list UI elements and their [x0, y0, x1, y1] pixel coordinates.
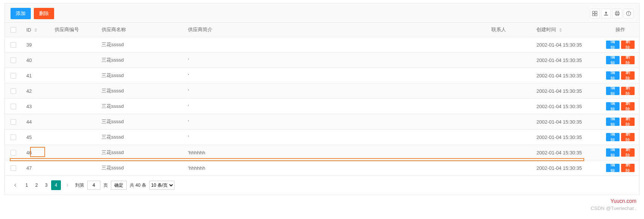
col-header-contact: 联系人: [487, 23, 532, 37]
row-checkbox[interactable]: [11, 165, 16, 171]
delete-button[interactable]: 删除: [34, 8, 54, 19]
cell-desc: ': [183, 83, 487, 99]
edit-button[interactable]: 编辑: [606, 148, 620, 157]
table-row: 45三花ssssd'2002-01-04 15:30:35编辑删除: [5, 130, 639, 145]
table-row: 41三花ssssd'2002-01-04 15:30:35编辑删除: [5, 68, 639, 83]
data-panel: 添加 删除 ID: [5, 3, 639, 195]
row-delete-button[interactable]: 删除: [621, 133, 635, 141]
pager-page-4[interactable]: 4: [51, 180, 61, 190]
col-header-label: 创建时间: [536, 27, 556, 32]
cell-id: 40: [22, 53, 50, 68]
cell-created: 2002-01-04 15:30:35: [532, 68, 602, 83]
sort-icon[interactable]: [34, 28, 37, 32]
cell-created: 2002-01-04 15:30:35: [532, 130, 602, 145]
cell-id: 44: [22, 114, 50, 130]
cell-created: 2002-01-04 15:30:35: [532, 99, 602, 114]
cell-supplier-name: 三花ssssd: [97, 114, 183, 130]
add-button[interactable]: 添加: [11, 8, 31, 19]
export-icon[interactable]: [601, 9, 611, 18]
svg-rect-3: [595, 14, 597, 16]
pager-page-1[interactable]: 1: [22, 180, 32, 190]
table-row: 44三花ssssd'2002-01-04 15:30:35编辑删除: [5, 114, 639, 130]
row-checkbox[interactable]: [11, 88, 16, 94]
cell-supplier-name: 三花ssssd: [97, 99, 183, 114]
table: ID 供应商编号 供应商名称 供应商简介 联系人 创建时间 操作 39三花sss…: [5, 22, 639, 176]
row-checkbox[interactable]: [11, 119, 16, 125]
cell-supplier-no: [50, 37, 97, 53]
pager-prev-button[interactable]: [11, 180, 20, 190]
cell-supplier-name: 三花ssssd: [97, 130, 183, 145]
row-checkbox[interactable]: [11, 57, 16, 63]
row-checkbox[interactable]: [11, 42, 16, 48]
cell-supplier-no: [50, 83, 97, 99]
col-header-label: ID: [26, 27, 31, 33]
row-checkbox[interactable]: [11, 150, 16, 156]
cell-desc: ': [183, 99, 487, 114]
table-row: 46三花ssssd'hhhhhh2002-01-04 15:30:35编辑删除: [5, 145, 639, 160]
svg-rect-1: [595, 11, 597, 13]
row-delete-button[interactable]: 删除: [621, 41, 635, 49]
row-checkbox[interactable]: [11, 104, 16, 109]
edit-button[interactable]: 编辑: [606, 56, 620, 64]
edit-button[interactable]: 编辑: [606, 71, 620, 80]
row-checkbox[interactable]: [11, 73, 16, 79]
col-header-supplier-name: 供应商名称: [97, 23, 183, 37]
info-icon[interactable]: [624, 9, 633, 18]
cell-supplier-name: 三花ssssd: [97, 68, 183, 83]
cell-id: 43: [22, 99, 50, 114]
edit-button[interactable]: 编辑: [606, 102, 620, 110]
cell-contact: [487, 130, 532, 145]
row-delete-button[interactable]: 删除: [621, 102, 635, 110]
cell-created: 2002-01-04 15:30:35: [532, 114, 602, 130]
cell-desc: ': [183, 53, 487, 68]
cell-contact: [487, 83, 532, 99]
pager-page-3[interactable]: 3: [41, 180, 51, 190]
cell-supplier-no: [50, 99, 97, 114]
print-icon[interactable]: [612, 9, 622, 18]
table-header-row: ID 供应商编号 供应商名称 供应商简介 联系人 创建时间 操作: [5, 23, 639, 37]
row-delete-button[interactable]: 删除: [621, 148, 635, 157]
cell-created: 2002-01-04 15:30:35: [532, 160, 602, 176]
cell-contact: [487, 145, 532, 160]
row-delete-button[interactable]: 删除: [621, 118, 635, 126]
cell-id: 39: [22, 37, 50, 53]
cell-desc: ': [183, 114, 487, 130]
col-header-desc: 供应商简介: [183, 23, 487, 37]
table-row: 40三花ssssd'2002-01-04 15:30:35编辑删除: [5, 53, 639, 68]
columns-icon[interactable]: [590, 9, 600, 18]
pager-next-button[interactable]: [62, 180, 72, 190]
cell-created: 2002-01-04 15:30:35: [532, 37, 602, 53]
svg-rect-4: [616, 11, 619, 13]
pager-goto-input[interactable]: [87, 181, 100, 190]
select-all-checkbox[interactable]: [11, 27, 16, 33]
edit-button[interactable]: 编辑: [606, 87, 620, 95]
edit-button[interactable]: 编辑: [606, 118, 620, 126]
row-delete-button[interactable]: 删除: [621, 71, 635, 80]
toolbar: 添加 删除: [5, 3, 639, 22]
row-checkbox[interactable]: [11, 134, 16, 140]
cell-supplier-no: [50, 114, 97, 130]
cell-id: 42: [22, 83, 50, 99]
col-header-created[interactable]: 创建时间: [532, 23, 602, 37]
cell-supplier-no: [50, 53, 97, 68]
pager-size-select[interactable]: 10 条/页: [149, 181, 174, 190]
col-header-supplier-no: 供应商编号: [50, 23, 97, 37]
pagination: 1234 到第 页 确定 共 40 条 10 条/页: [5, 176, 639, 195]
footer-brand: Yuucn.com: [0, 198, 644, 204]
row-delete-button[interactable]: 删除: [621, 87, 635, 95]
col-header-id[interactable]: ID: [22, 23, 50, 37]
row-delete-button[interactable]: 删除: [621, 56, 635, 64]
pager-page-2[interactable]: 2: [32, 180, 41, 190]
svg-point-9: [629, 12, 629, 13]
cell-contact: [487, 53, 532, 68]
table-row: 39三花ssssd2002-01-04 15:30:35编辑删除: [5, 37, 639, 53]
cell-contact: [487, 114, 532, 130]
sort-icon[interactable]: [559, 28, 562, 32]
edit-button[interactable]: 编辑: [606, 41, 620, 49]
edit-button[interactable]: 编辑: [606, 133, 620, 141]
pager-confirm-button[interactable]: 确定: [111, 181, 127, 190]
pager-goto-suffix: 页: [103, 182, 108, 189]
cell-desc: ': [183, 130, 487, 145]
row-delete-button[interactable]: 删除: [621, 164, 635, 172]
edit-button[interactable]: 编辑: [606, 164, 620, 172]
